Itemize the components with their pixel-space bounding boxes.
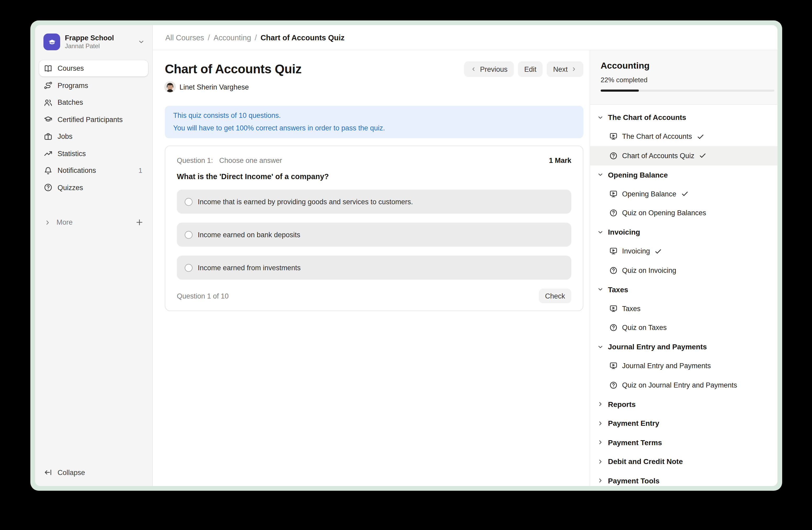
outline-row[interactable]: Chart of Accounts Quiz Chart of Accounts… [590,146,778,165]
outline-row[interactable]: Journal Entry and Payments Journal Entry… [590,357,778,376]
breadcrumb-item[interactable]: All Courses [165,33,204,42]
outline-row[interactable]: Invoicing Invoicing [590,223,778,242]
outline-row[interactable]: Quiz on Journal Entry and Payments Quiz … [590,376,778,395]
outline-row[interactable]: Quiz on Taxes Quiz on Taxes [590,318,778,337]
outline-row[interactable]: The Chart of Accounts The Chart of Accou… [590,127,778,146]
outline-row[interactable]: Reports Reports [590,395,778,414]
progress-bar-fill [600,89,639,92]
breadcrumb-bar: All Courses / Accounting / Chart of Acco… [153,25,778,50]
section-label: Debit and Credit Note [608,458,683,466]
sidebar-nav-item[interactable]: Certified Participants [39,111,148,127]
outline-row[interactable]: Opening Balance Opening Balance [590,184,778,204]
outline-row[interactable]: The Chart of Accounts The Chart of Accou… [590,108,778,127]
sidebar-nav-item[interactable]: Programs [39,77,148,94]
lesson-label: Quiz on Opening Balances [622,209,706,217]
outline-row[interactable]: Payment Tools Payment Tools [590,471,778,486]
collapse-label: Collapse [58,469,85,476]
lesson-type-icon [610,267,618,275]
notification-count-badge: 1 [139,167,143,175]
radio-button[interactable] [185,231,192,239]
radio-button[interactable] [185,264,192,271]
sidebar-nav-item[interactable]: Quizzes [39,179,148,196]
outline-row[interactable]: Invoicing Invoicing [590,242,778,261]
workspace-user: Jannat Patel [65,42,133,50]
section-label: Taxes [608,285,628,294]
breadcrumb-separator: / [255,33,257,42]
lesson-label: Chart of Accounts Quiz [622,152,694,160]
previous-button[interactable]: Previous [464,61,514,77]
section-chevron-icon[interactable] [597,344,604,350]
sidebar-nav-item[interactable]: Statistics [39,145,148,162]
breadcrumb-separator: / [208,33,210,42]
lesson-type-icon [610,362,618,370]
sidebar-more[interactable]: More [39,214,148,231]
workspace-switcher[interactable]: Frappe School Jannat Patel [35,25,152,50]
course-progress-header: Accounting 22% completed [590,50,778,105]
radio-button[interactable] [185,198,192,206]
sidebar-nav-item[interactable]: Courses [39,60,148,76]
outline-row[interactable]: Debit and Credit Note Debit and Credit N… [590,452,778,471]
sidebar-item-icon [44,149,52,158]
chevron-down-icon[interactable] [137,38,145,45]
sidebar-item-icon [44,183,52,192]
outline-row[interactable]: Journal Entry and Payments Journal Entry… [590,337,778,357]
outline-row[interactable]: Quiz on Opening Balances Quiz on Opening… [590,204,778,223]
more-label: More [57,219,73,226]
completed-check-icon [699,152,706,159]
sidebar-nav-item[interactable]: Jobs [39,128,148,144]
lesson-label: Taxes [622,305,641,313]
outline-row[interactable]: Opening Balance Opening Balance [590,165,778,184]
outline-row[interactable]: Taxes Taxes [590,299,778,318]
course-outline-panel: Accounting 22% completed [590,50,778,486]
quiz-nav-buttons: Previous Edit Next [464,61,583,77]
section-chevron-icon[interactable] [597,286,604,293]
completed-check-icon [681,190,688,198]
answer-option-label: Income earned from investments [198,264,301,271]
answer-option[interactable]: Income that is earned by providing goods… [177,190,571,214]
check-button[interactable]: Check [539,289,571,303]
graduation-cap-logo-icon [47,37,57,47]
outline-row[interactable]: Payment Entry Payment Entry [590,414,778,433]
section-chevron-icon[interactable] [597,477,604,484]
section-chevron-icon[interactable] [597,171,604,178]
section-chevron-icon[interactable] [597,458,604,465]
outline-row[interactable]: Quiz on Invoicing Quiz on Invoicing [590,261,778,280]
section-chevron-icon[interactable] [597,229,604,236]
breadcrumb-item[interactable]: Accounting [214,33,251,42]
completed-check-icon [697,133,704,140]
app-window: Frappe School Jannat Patel Courses Progr… [30,20,782,491]
section-chevron-icon[interactable] [597,420,604,427]
section-chevron-icon[interactable] [597,401,604,408]
section-label: Payment Entry [608,419,659,428]
section-label: The Chart of Accounts [608,113,686,122]
answer-option[interactable]: Income earned from investments [177,255,571,280]
sidebar-nav-item[interactable]: Notifications 1 [39,162,148,179]
answer-option[interactable]: Income earned on bank deposits [177,223,571,247]
plus-icon[interactable] [135,219,143,226]
answer-option-label: Income that is earned by providing goods… [198,198,413,206]
lesson-label: Quiz on Journal Entry and Payments [622,381,737,389]
section-label: Journal Entry and Payments [608,343,707,351]
lesson-type-icon [610,209,618,217]
sidebar-item-label: Notifications [58,167,96,175]
edit-button[interactable]: Edit [518,61,543,77]
breadcrumb-item[interactable]: Chart of Accounts Quiz [261,33,345,42]
collapse-arrow-icon [44,468,52,477]
section-chevron-icon[interactable] [597,114,604,121]
sidebar-nav-item[interactable]: Batches [39,94,148,111]
next-button[interactable]: Next [547,61,583,77]
lesson-type-icon [610,381,618,389]
lesson-type-icon [610,305,618,313]
author-row: Linet Sherin Varghese [165,82,583,92]
sidebar-item-label: Jobs [58,132,72,140]
outline-row[interactable]: Payment Terms Payment Terms [590,433,778,452]
lesson-type-icon [610,248,618,255]
author-name: Linet Sherin Varghese [179,83,249,91]
sidebar-item-icon [44,64,52,72]
lesson-label: Invoicing [622,248,650,255]
outline-row[interactable]: Taxes Taxes [590,280,778,299]
section-chevron-icon[interactable] [597,439,604,446]
answer-options: Income that is earned by providing goods… [177,190,571,280]
breadcrumb: All Courses / Accounting / Chart of Acco… [165,33,345,42]
collapse-sidebar-button[interactable]: Collapse [35,468,152,486]
